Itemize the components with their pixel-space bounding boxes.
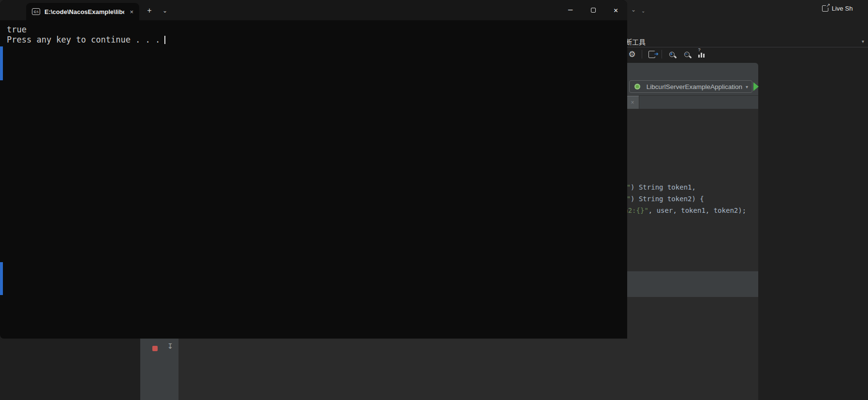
close-button[interactable]: ✕	[604, 0, 627, 20]
zoom-glyph: −	[684, 52, 690, 57]
terminal-new-tab-button[interactable]: +	[143, 5, 156, 16]
diagnostics-dropdown-caret[interactable]: ▾	[862, 39, 864, 44]
run-button[interactable]	[753, 82, 759, 91]
terminal-tab-dropdown-icon[interactable]: ⌄	[159, 5, 171, 16]
diagnostics-panel-title: 断工具	[625, 37, 646, 46]
scroll-end-icon[interactable]: ↧	[165, 342, 175, 351]
terminal-window: E:\code\NacosExample\libcur × + ⌄ ─ ✕ tr…	[0, 0, 627, 339]
maximize-icon	[591, 8, 596, 13]
toolbar-divider	[662, 50, 662, 59]
bg-app-overflow-caret-2[interactable]: ⌄	[641, 8, 645, 14]
minus-glyph: −	[685, 51, 688, 57]
run-configuration-label: LibcurlServerExampleApplication	[647, 83, 742, 90]
terminal-window-controls: ─ ✕	[559, 0, 627, 20]
live-share-icon	[822, 5, 828, 12]
code-token: ) String token2) {	[631, 195, 704, 203]
terminal-tab-title: E:\code\NacosExample\libcur	[44, 8, 124, 15]
divider	[623, 47, 868, 47]
zoom-in-icon[interactable]: +	[666, 49, 677, 59]
diagnostics-icon[interactable]	[696, 49, 707, 59]
close-icon[interactable]: ×	[631, 99, 634, 106]
terminal-tab-close-icon[interactable]: ×	[129, 8, 134, 15]
terminal-line: true	[7, 25, 627, 35]
spring-boot-icon	[634, 84, 640, 89]
diagnostics-toolbar: ⚙+−	[627, 49, 707, 59]
gear-glyph: ⚙	[628, 49, 635, 59]
terminal-titlebar: E:\code\NacosExample\libcur × + ⌄ ─ ✕	[0, 0, 627, 20]
terminal-cursor	[164, 36, 165, 44]
zoom-glyph: +	[669, 52, 675, 57]
live-share-button[interactable]: Live Sh	[822, 5, 853, 12]
stop-glyph	[152, 346, 158, 351]
toolbar-divider	[642, 50, 642, 59]
window-edge-fragment	[0, 262, 3, 295]
minimize-button[interactable]: ─	[559, 0, 582, 20]
bg-app-overflow-caret-1[interactable]: ⌄	[631, 6, 636, 13]
gear-icon[interactable]: ⚙	[627, 49, 637, 59]
window-edge-fragment	[0, 46, 3, 80]
diagnostics-glyph	[698, 51, 706, 58]
cmd-icon	[32, 8, 40, 15]
terminal-output[interactable]: true Press any key to continue . . .	[0, 20, 627, 45]
maximize-button[interactable]	[582, 0, 604, 20]
export-glyph	[648, 51, 655, 58]
plus-glyph: +	[670, 51, 673, 57]
terminal-tab[interactable]: E:\code\NacosExample\libcur ×	[26, 3, 139, 20]
chevron-down-icon: ▾	[746, 84, 748, 89]
terminal-line-text: Press any key to continue . . .	[7, 35, 160, 44]
code-token: ) String token1,	[631, 183, 696, 191]
terminal-line: Press any key to continue . . .	[7, 35, 627, 45]
desktop: ⌄ ⌄ Live Sh 断工具 ▾ ⚙+− E:\code\NacosExamp…	[0, 0, 868, 400]
zoom-out-icon[interactable]: −	[681, 49, 692, 59]
stop-icon[interactable]	[150, 344, 160, 353]
run-configuration-select[interactable]: LibcurlServerExampleApplication ▾	[629, 80, 752, 93]
export-icon[interactable]	[647, 49, 657, 59]
live-share-label: Live Sh	[832, 5, 853, 12]
code-token: , user, token1, token2);	[648, 207, 746, 214]
